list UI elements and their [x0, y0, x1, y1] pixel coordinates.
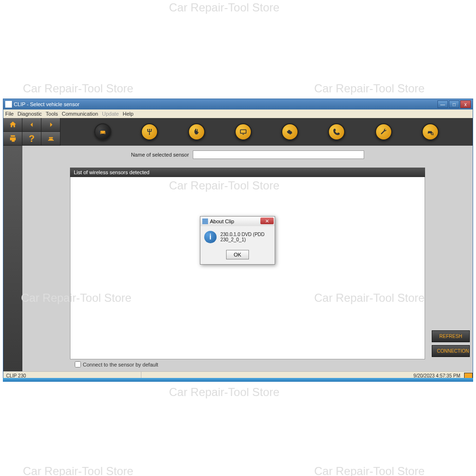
watermark: Car Repair-Tool Store	[23, 465, 133, 476]
connect-default-checkbox[interactable]	[75, 361, 81, 367]
car-search-icon	[426, 128, 435, 136]
nav-wrench-button[interactable]	[375, 123, 392, 140]
window-title: CLIP - Select vehicle sensor	[14, 101, 437, 107]
app-icon	[5, 101, 12, 108]
toolbar: ?	[3, 118, 473, 146]
minimize-button[interactable]: —	[437, 100, 448, 108]
nav-screen-button[interactable]	[235, 123, 252, 140]
info-icon: i	[204, 231, 217, 243]
sensor-name-label: Name of selected sensor	[131, 152, 189, 158]
close-button[interactable]: x	[460, 100, 471, 108]
about-dialog: About Clip ✕ i 230.0.1.0 DVD (PDD 230_2_…	[200, 216, 275, 265]
hand-icon	[192, 128, 201, 136]
svg-point-2	[151, 129, 152, 130]
svg-point-3	[149, 134, 150, 135]
dialog-icon	[202, 218, 208, 224]
vehicle-icon	[99, 128, 107, 136]
menu-communication[interactable]: Communication	[62, 111, 98, 117]
engine-icon	[286, 128, 294, 136]
maximize-button[interactable]: □	[449, 100, 459, 108]
menu-tools[interactable]: Tools	[46, 111, 58, 117]
dialog-message: 230.0.1.0 DVD (PDD 230_2_0_1)	[220, 231, 271, 242]
sensor-list-header: List of wireless sensors detected	[70, 168, 425, 177]
watermark: Car Repair-Tool Store	[169, 386, 279, 399]
connection-button[interactable]: CONNECTION	[432, 345, 470, 357]
titlebar: CLIP - Select vehicle sensor — □ x	[3, 99, 473, 109]
forward-button[interactable]	[41, 118, 60, 132]
watermark: Car Repair-Tool Store	[314, 465, 425, 476]
nav-vehicle-button[interactable]	[94, 123, 111, 140]
svg-point-1	[149, 129, 150, 130]
arrow-left-icon	[28, 120, 36, 129]
menu-file[interactable]: File	[5, 111, 14, 117]
menu-help[interactable]: Help	[123, 111, 134, 117]
print-button[interactable]	[3, 132, 22, 146]
sensor-tool-button[interactable]	[41, 132, 60, 146]
svg-rect-4	[240, 130, 246, 134]
menu-update: Update	[102, 111, 119, 117]
arrow-right-icon	[47, 120, 55, 129]
nav-touch-button[interactable]	[188, 123, 205, 140]
gearshift-icon	[145, 128, 154, 136]
menubar: File Diagnostic Tools Communication Upda…	[3, 109, 473, 118]
watermark: Car Repair-Tool Store	[169, 1, 279, 14]
connect-default-label: Connect to the sensor by default	[83, 362, 158, 367]
sensor-name-input[interactable]	[193, 150, 364, 159]
sensor-list[interactable]	[70, 177, 425, 359]
dialog-title: About Clip	[210, 218, 234, 224]
watermark: Car Repair-Tool Store	[314, 82, 425, 95]
screen-icon	[239, 128, 248, 136]
windows-taskbar	[3, 378, 473, 382]
left-sidebar	[3, 146, 22, 371]
phone-icon	[332, 128, 341, 136]
nav-transmission-button[interactable]	[141, 123, 158, 140]
wrench-icon	[379, 128, 388, 136]
nav-phone-button[interactable]	[328, 123, 345, 140]
diagnostic-icon	[47, 134, 55, 143]
back-button[interactable]	[22, 118, 41, 132]
home-button[interactable]	[3, 118, 22, 132]
nav-engine-button[interactable]	[281, 123, 298, 140]
watermark: Car Repair-Tool Store	[23, 82, 133, 95]
svg-point-0	[148, 129, 149, 130]
menu-diagnostic[interactable]: Diagnostic	[18, 111, 42, 117]
refresh-button[interactable]: REFRESH	[432, 330, 470, 342]
printer-icon	[9, 134, 17, 143]
help-button[interactable]: ?	[22, 132, 41, 146]
dialog-ok-button[interactable]: OK	[226, 250, 249, 259]
nav-locate-button[interactable]	[422, 123, 439, 140]
dialog-close-button[interactable]: ✕	[260, 218, 274, 224]
home-icon	[9, 120, 17, 129]
